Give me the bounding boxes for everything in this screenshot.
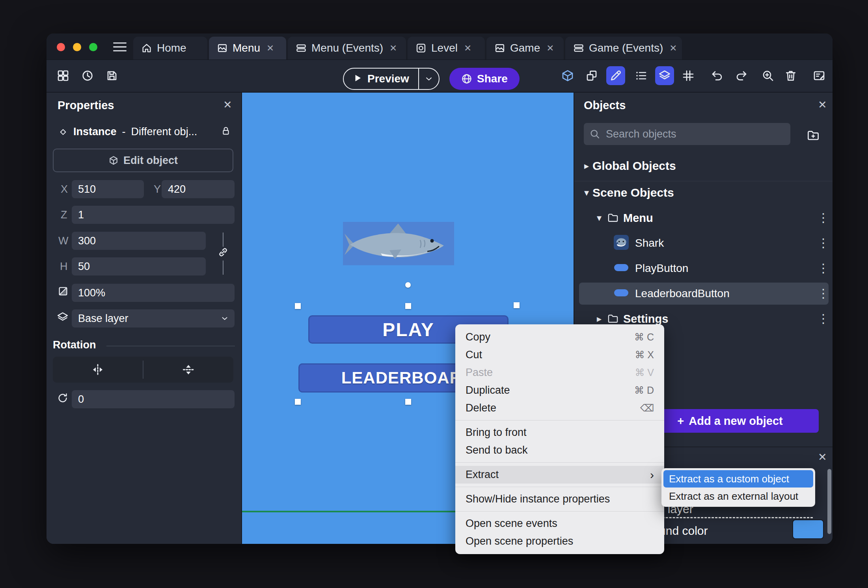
caret-right-icon[interactable]: ▸ [581, 160, 592, 171]
button-object-icon [614, 263, 629, 274]
tab-menu[interactable]: Menu ✕ [209, 37, 286, 60]
objects-editor-button[interactable] [583, 66, 602, 85]
y-input[interactable] [162, 180, 235, 198]
tree-label: Global Objects [592, 159, 676, 173]
x-label: X [61, 183, 68, 195]
h-input[interactable] [72, 257, 206, 275]
link-size-icon[interactable] [217, 246, 229, 258]
home-icon [141, 43, 152, 54]
tree-item-global-objects[interactable]: ▸ Global Objects [581, 156, 827, 176]
rotation-input[interactable] [72, 390, 235, 408]
tree-item-shark[interactable]: Shark [614, 233, 833, 253]
menu-item-show-hide-instance-properties[interactable]: Show/Hide instance properties [455, 490, 664, 508]
edit-mode-button[interactable] [606, 66, 625, 85]
menu-item-send-to-back[interactable]: Send to back [455, 441, 664, 459]
save-button[interactable] [102, 66, 121, 85]
window-minimize-button[interactable] [73, 43, 81, 51]
properties-close-icon[interactable]: ✕ [223, 100, 232, 110]
selection-handle-top-center[interactable] [405, 303, 411, 309]
scene-properties-button[interactable] [810, 66, 829, 85]
delete-button[interactable] [781, 66, 800, 85]
settings-folder-options-icon[interactable]: ⋮ [817, 313, 829, 325]
search-icon [589, 128, 600, 140]
flip-horizontal-button[interactable] [53, 357, 143, 383]
zoom-in-button[interactable] [758, 66, 777, 85]
tab-close-icon[interactable]: ✕ [389, 43, 397, 54]
menu-item-bring-to-front[interactable]: Bring to front [455, 424, 664, 441]
hamburger-menu-button[interactable] [111, 38, 129, 56]
redo-button[interactable] [732, 66, 751, 85]
tab-close-icon[interactable]: ✕ [669, 43, 677, 54]
tab-game-events[interactable]: Game (Events) ✕ [565, 37, 682, 60]
tab-label: Menu (Events) [311, 42, 383, 54]
lock-icon[interactable] [221, 126, 231, 136]
menu-item-duplicate[interactable]: Duplicate ⌘ D [455, 381, 664, 399]
menu-item-open-scene-events[interactable]: Open scene events [455, 515, 664, 532]
add-folder-button[interactable] [804, 126, 823, 145]
layers-panel-button[interactable] [655, 66, 674, 85]
window-maximize-button[interactable] [89, 43, 97, 51]
opacity-input[interactable] [72, 284, 235, 302]
play-button-options-icon[interactable]: ⋮ [817, 262, 829, 275]
background-color-swatch[interactable] [792, 519, 824, 539]
tab-game[interactable]: Game ✕ [486, 37, 564, 60]
instance-value: Different obj... [131, 126, 197, 138]
menu-item-delete[interactable]: Delete ⌫ [455, 399, 664, 417]
lower-panel-close-icon[interactable]: ✕ [818, 452, 827, 463]
events-sheet-icon [573, 43, 584, 54]
menu-folder-options-icon[interactable]: ⋮ [817, 212, 829, 224]
tab-close-icon[interactable]: ✕ [546, 43, 554, 54]
menu-item-shortcut: ⌘ C [634, 331, 654, 343]
share-button[interactable]: Share [449, 68, 520, 90]
menu-item-cut[interactable]: Cut ⌘ X [455, 346, 664, 364]
panel-scrollbar[interactable] [827, 469, 831, 534]
add-new-object-button[interactable]: + Add a new object [641, 409, 819, 433]
tree-item-play-button[interactable]: PlayButton [614, 258, 833, 279]
tree-item-scene-objects[interactable]: ▾ Scene Objects [581, 182, 827, 203]
main-toolbar: Preview Share [47, 60, 833, 93]
preview-button-main[interactable]: Preview [344, 73, 418, 85]
flip-vertical-button[interactable] [143, 357, 233, 383]
preview-dropdown-button[interactable] [419, 74, 439, 84]
project-manager-button[interactable] [54, 66, 73, 85]
caret-right-icon[interactable]: ▸ [593, 313, 605, 324]
w-input[interactable] [72, 232, 206, 250]
tree-item-menu-folder[interactable]: ▾ Menu [593, 208, 833, 228]
undo-button[interactable] [708, 66, 727, 85]
caret-down-icon[interactable]: ▾ [593, 212, 605, 223]
shark-options-icon[interactable]: ⋮ [817, 237, 829, 249]
selection-handle-bottom-center[interactable] [405, 399, 411, 405]
submenu-item-extract-custom-object[interactable]: Extract as a custom object [663, 470, 813, 488]
selection-handle-top-right[interactable] [514, 302, 520, 308]
leaderboard-button-options-icon[interactable]: ⋮ [817, 287, 829, 300]
selection-handle-top-left[interactable] [295, 303, 301, 309]
shark-sprite[interactable] [343, 222, 454, 265]
tab-close-icon[interactable]: ✕ [266, 43, 274, 54]
submenu-item-extract-external-layout[interactable]: Extract as an external layout [663, 488, 813, 505]
x-input[interactable] [72, 180, 144, 198]
layer-dropdown[interactable]: Base layer [72, 309, 235, 327]
caret-down-icon[interactable]: ▾ [581, 187, 592, 198]
objects-close-icon[interactable]: ✕ [818, 100, 827, 110]
window-close-button[interactable] [57, 43, 65, 51]
rotation-handle[interactable] [405, 282, 411, 288]
z-input[interactable] [72, 206, 235, 224]
history-button[interactable] [78, 66, 97, 85]
selection-handle-bottom-left[interactable] [295, 399, 301, 405]
search-input[interactable] [605, 128, 785, 141]
grid-button[interactable] [679, 66, 698, 85]
preview-button[interactable]: Preview [343, 68, 440, 90]
menu-item-extract[interactable]: Extract › [455, 466, 664, 484]
tree-label: Settings [623, 313, 668, 326]
tab-level[interactable]: Level ✕ [408, 37, 485, 60]
edit-object-button[interactable]: Edit object [53, 149, 233, 172]
tab-menu-events[interactable]: Menu (Events) ✕ [288, 37, 406, 60]
tab-home[interactable]: Home [133, 37, 207, 60]
tab-close-icon[interactable]: ✕ [464, 43, 471, 54]
play-button-text: PLAY [382, 319, 434, 341]
tree-item-leaderboard-button[interactable]: LeaderboardButton [614, 283, 833, 304]
menu-item-copy[interactable]: Copy ⌘ C [455, 328, 664, 346]
instances-list-button[interactable] [631, 66, 650, 85]
menu-item-open-scene-properties[interactable]: Open scene properties [455, 532, 664, 550]
toggle-3d-view-button[interactable] [558, 66, 577, 85]
